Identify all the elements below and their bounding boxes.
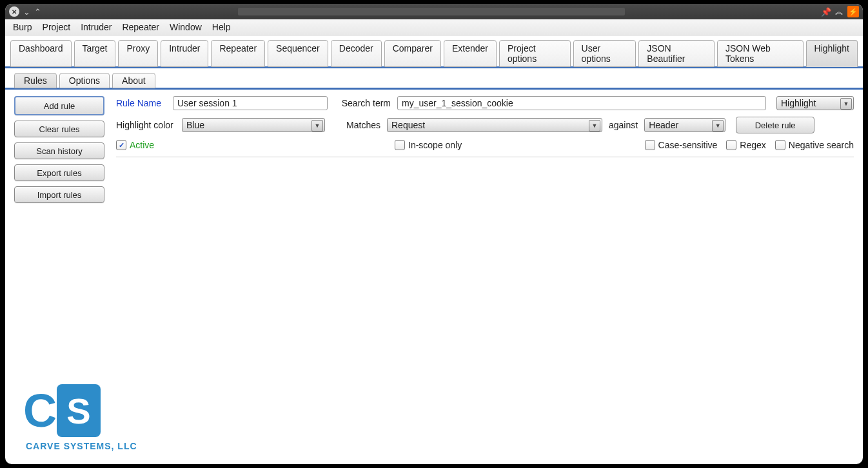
tab-json-beautifier[interactable]: JSON Beautifier: [638, 40, 715, 67]
clear-rules-button[interactable]: Clear rules: [14, 121, 104, 137]
menu-project[interactable]: Project: [39, 21, 75, 34]
against-value: Header: [649, 120, 678, 130]
logo-letter-s: S: [66, 390, 90, 432]
branding-company-name: CARVE SYSTEMS, LLC: [26, 441, 137, 451]
in-scope-label: In-scope only: [408, 140, 462, 150]
against-select[interactable]: Header ▼: [644, 118, 725, 132]
subtab-rules[interactable]: Rules: [14, 73, 57, 88]
matches-label: Matches: [334, 120, 380, 130]
pin-icon[interactable]: 📌: [821, 7, 831, 17]
logo-letter-s-box: S: [57, 384, 101, 437]
titlebar-center: [41, 8, 821, 15]
negative-search-checkbox[interactable]: [775, 140, 785, 150]
menu-window[interactable]: Window: [166, 21, 206, 34]
chevron-down-icon: ▼: [311, 120, 323, 132]
chevron-down-icon: ▼: [589, 120, 600, 132]
tab-proxy[interactable]: Proxy: [118, 40, 158, 67]
titlebar-left: ✕ ⌄ ⌃: [9, 6, 41, 17]
menubar: Burp Project Intruder Repeater Window He…: [5, 19, 863, 35]
case-sensitive-label: Case-sensitive: [658, 140, 718, 150]
window-minimize-icon[interactable]: ⌄: [23, 7, 30, 17]
add-rule-button[interactable]: Add rule: [14, 96, 104, 115]
tab-sequencer[interactable]: Sequencer: [268, 40, 328, 67]
menu-repeater[interactable]: Repeater: [118, 21, 163, 34]
branding-logo: C S CARVE SYSTEMS, LLC: [23, 384, 137, 451]
window-close-icon[interactable]: ✕: [9, 6, 19, 17]
subtab-options[interactable]: Options: [59, 73, 110, 88]
form-area: Rule Name Search term Highlight ▼ Highli…: [116, 96, 854, 464]
negative-search-checkbox-group: Negative search: [775, 140, 854, 150]
tab-highlight[interactable]: Highlight: [806, 40, 858, 67]
action-select[interactable]: Highlight ▼: [776, 96, 854, 110]
form-row-3: Active In-scope only Case-sensitive Rege…: [116, 140, 854, 157]
chevron-down-icon: ▼: [840, 98, 852, 110]
menu-intruder[interactable]: Intruder: [77, 21, 115, 34]
highlight-color-value: Blue: [186, 120, 204, 130]
tab-target[interactable]: Target: [74, 40, 116, 67]
highlight-color-label: Highlight color: [116, 120, 175, 130]
against-label: against: [609, 120, 638, 130]
main-tab-strip: DashboardTargetProxyIntruderRepeaterSequ…: [5, 35, 863, 68]
search-term-label: Search term: [337, 98, 391, 108]
scan-history-button[interactable]: Scan history: [14, 142, 104, 159]
matches-select[interactable]: Request ▼: [387, 118, 602, 132]
window-maximize-icon[interactable]: ⌃: [34, 7, 41, 17]
tab-decoder[interactable]: Decoder: [331, 40, 382, 67]
active-checkbox-group: Active: [116, 140, 320, 150]
matches-value: Request: [391, 120, 425, 130]
case-sensitive-checkbox-group: Case-sensitive: [645, 140, 718, 150]
titlebar: ✕ ⌄ ⌃ 📌 ︽ ⚡: [5, 4, 863, 19]
case-sensitive-checkbox[interactable]: [645, 140, 655, 150]
negative-search-label: Negative search: [789, 140, 854, 150]
delete-rule-button[interactable]: Delete rule: [736, 117, 814, 133]
logo-mark: C S: [23, 384, 101, 437]
burp-app-icon: ⚡: [847, 6, 859, 17]
tab-comparer[interactable]: Comparer: [384, 40, 441, 67]
active-checkbox[interactable]: [116, 140, 126, 150]
tab-user-options[interactable]: User options: [573, 40, 636, 67]
rule-name-label: Rule Name: [116, 98, 166, 108]
form-row-1: Rule Name Search term Highlight ▼: [116, 96, 854, 110]
in-scope-checkbox-group: In-scope only: [395, 140, 638, 150]
regex-label: Regex: [740, 140, 765, 150]
titlebar-title-bar: [238, 8, 625, 15]
logo-letter-c: C: [23, 387, 53, 434]
collapse-up-icon[interactable]: ︽: [835, 6, 843, 17]
tab-intruder[interactable]: Intruder: [161, 40, 208, 67]
tab-repeater[interactable]: Repeater: [211, 40, 265, 67]
import-rules-button[interactable]: Import rules: [14, 186, 104, 203]
sub-tab-strip: RulesOptionsAbout: [5, 68, 863, 90]
active-label: Active: [130, 140, 154, 150]
action-select-value: Highlight: [781, 98, 816, 108]
tab-project-options[interactable]: Project options: [499, 40, 571, 67]
subtab-about[interactable]: About: [112, 73, 155, 88]
regex-checkbox-group: Regex: [726, 140, 765, 150]
tab-json-web-tokens[interactable]: JSON Web Tokens: [717, 40, 804, 67]
export-rules-button[interactable]: Export rules: [14, 164, 104, 181]
regex-checkbox[interactable]: [726, 140, 736, 150]
menu-help[interactable]: Help: [208, 21, 235, 34]
tab-dashboard[interactable]: Dashboard: [10, 40, 72, 67]
search-term-input[interactable]: [397, 96, 766, 110]
rule-name-input[interactable]: [173, 96, 328, 110]
chevron-down-icon: ▼: [712, 120, 724, 132]
in-scope-checkbox[interactable]: [395, 140, 405, 150]
titlebar-right: 📌 ︽ ⚡: [821, 6, 859, 17]
highlight-color-select[interactable]: Blue ▼: [182, 118, 325, 132]
window-frame: ✕ ⌄ ⌃ 📌 ︽ ⚡ Burp Project Intruder Repeat…: [5, 4, 863, 464]
menu-burp[interactable]: Burp: [9, 21, 36, 34]
form-row-2: Highlight color Blue ▼ Matches Request ▼…: [116, 117, 854, 133]
tab-extender[interactable]: Extender: [444, 40, 497, 67]
